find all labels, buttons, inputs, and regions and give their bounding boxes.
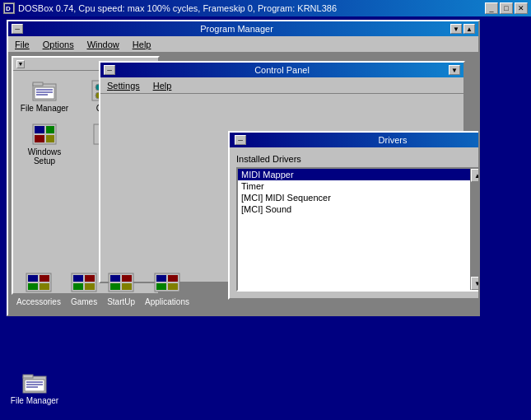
- svg-rect-30: [110, 275, 120, 282]
- pm-minimize-btn[interactable]: ▼: [450, 24, 462, 34]
- svg-rect-36: [168, 275, 178, 282]
- svg-rect-40: [23, 375, 33, 378]
- svg-rect-28: [85, 283, 95, 290]
- program-manager-menubar: File Options Window Help: [8, 36, 478, 53]
- dosbox-maximize-btn[interactable]: □: [500, 2, 513, 14]
- svg-rect-15: [46, 126, 54, 133]
- scroll-track: [471, 182, 478, 277]
- group-minimize-btn[interactable]: ▼: [16, 60, 25, 68]
- pm-maximize-btn[interactable]: ▲: [463, 24, 475, 34]
- control-panel-titlebar: ─ Control Panel ▼: [100, 63, 463, 77]
- svg-text:D: D: [6, 5, 11, 12]
- cp-system-menu[interactable]: ─: [104, 65, 115, 75]
- driver-item-3[interactable]: [MCI] Sound: [238, 203, 478, 215]
- dosbox-titlebar: D DOSBox 0.74, Cpu speed: max 100% cycle…: [0, 0, 531, 16]
- applications-img: [154, 273, 180, 296]
- program-manager-content: ▼: [8, 53, 478, 315]
- control-panel-menubar: Settings Help: [100, 77, 463, 94]
- desktop-file-manager[interactable]: File Manager: [10, 370, 59, 405]
- cp-menu-help[interactable]: Help: [150, 80, 175, 91]
- startup-svg: [108, 273, 134, 296]
- svg-rect-26: [85, 275, 95, 282]
- scroll-down-arrow[interactable]: ▼: [471, 277, 478, 290]
- driver-item-2[interactable]: [MCI] MIDI Sequencer: [238, 192, 478, 203]
- svg-rect-4: [35, 87, 54, 99]
- svg-rect-21: [40, 275, 49, 282]
- dosbox-titlebar-left: D DOSBox 0.74, Cpu speed: max 100% cycle…: [3, 2, 337, 14]
- drivers-system-menu[interactable]: ─: [235, 135, 246, 145]
- program-manager-titlebar: ─ Program Manager ▼ ▲: [8, 21, 478, 36]
- control-panel-title: Control Panel: [115, 65, 449, 75]
- svg-rect-20: [28, 275, 38, 282]
- applications-label: Applications: [145, 297, 189, 306]
- accessories-label: Accessories: [16, 297, 61, 306]
- windows-setup-label: Windows Setup: [20, 147, 69, 166]
- svg-rect-22: [28, 283, 38, 290]
- svg-rect-16: [35, 135, 44, 142]
- drivers-body: Installed Drivers MIDI Mapper Timer [MCI…: [230, 147, 478, 298]
- windows-setup-icon[interactable]: Windows Setup: [20, 121, 69, 166]
- control-panel-content: ─ Drivers Installed Drivers MIDI Mapper …: [100, 94, 463, 282]
- dosbox-window: D DOSBox 0.74, Cpu speed: max 100% cycle…: [0, 0, 531, 420]
- accessories-group-icon[interactable]: Accessories: [16, 273, 61, 306]
- dosbox-content: ─ Program Manager ▼ ▲ File Options Windo…: [0, 16, 531, 420]
- scroll-up-arrow[interactable]: ▲: [471, 169, 478, 182]
- games-img: [71, 273, 97, 296]
- svg-rect-25: [73, 275, 83, 282]
- driver-item-0[interactable]: MIDI Mapper: [238, 169, 478, 180]
- pm-menu-options[interactable]: Options: [40, 39, 77, 50]
- svg-rect-32: [110, 283, 120, 290]
- svg-rect-14: [35, 126, 44, 133]
- svg-rect-31: [122, 275, 132, 282]
- desktop-fm-label: File Manager: [11, 396, 58, 405]
- svg-rect-35: [156, 275, 166, 282]
- drivers-title: Drivers: [379, 135, 408, 145]
- desktop-fm-svg: [21, 370, 48, 396]
- games-label: Games: [71, 297, 97, 306]
- applications-svg: [154, 273, 180, 296]
- accessories-svg: [26, 273, 52, 296]
- startup-label: StartUp: [107, 297, 135, 306]
- dosbox-app-icon: D: [3, 2, 15, 14]
- games-svg: [71, 273, 97, 296]
- driver-scrollbar: ▲ ▼: [470, 169, 478, 290]
- program-manager-title: Program Manager: [23, 24, 450, 34]
- pm-menu-file[interactable]: File: [12, 39, 33, 50]
- dosbox-close-btn[interactable]: ✕: [515, 2, 528, 14]
- pm-menu-window[interactable]: Window: [84, 39, 123, 50]
- program-manager-window: ─ Program Manager ▼ ▲ File Options Windo…: [7, 20, 480, 316]
- cp-minimize-btn[interactable]: ▼: [449, 65, 460, 75]
- driver-list[interactable]: MIDI Mapper Timer [MCI] MIDI Sequencer […: [236, 167, 478, 292]
- applications-group-icon[interactable]: Applications: [145, 273, 189, 306]
- windows-setup-svg: [31, 121, 58, 147]
- driver-item-1[interactable]: Timer: [238, 180, 478, 192]
- cp-controls: ▼: [449, 65, 460, 75]
- startup-img: [108, 273, 134, 296]
- control-panel-window: ─ Control Panel ▼ Settings Help: [99, 61, 465, 283]
- svg-rect-38: [168, 283, 178, 290]
- svg-rect-23: [40, 283, 49, 290]
- pm-controls: ▼ ▲: [450, 24, 475, 34]
- drivers-titlebar: ─ Drivers: [230, 133, 478, 147]
- file-manager-icon[interactable]: File Manager: [20, 77, 69, 113]
- svg-rect-17: [46, 135, 54, 142]
- svg-rect-41: [25, 380, 44, 391]
- svg-rect-27: [73, 283, 83, 290]
- dosbox-minimize-btn[interactable]: _: [485, 2, 498, 14]
- installed-drivers-label: Installed Drivers: [236, 154, 478, 164]
- svg-rect-37: [156, 283, 166, 290]
- pm-system-menu[interactable]: ─: [12, 24, 23, 34]
- svg-rect-3: [33, 82, 43, 86]
- games-group-icon[interactable]: Games: [71, 273, 97, 306]
- startup-group-icon[interactable]: StartUp: [107, 273, 135, 306]
- group-icons-row: Accessories Games: [16, 273, 189, 306]
- drivers-main: MIDI Mapper Timer [MCI] MIDI Sequencer […: [236, 167, 478, 292]
- cp-menu-settings[interactable]: Settings: [104, 80, 143, 91]
- accessories-img: [26, 273, 52, 296]
- dosbox-controls: _ □ ✕: [485, 2, 528, 14]
- drivers-dialog: ─ Drivers Installed Drivers MIDI Mapper …: [228, 131, 478, 300]
- dosbox-title: DOSBox 0.74, Cpu speed: max 100% cycles,…: [18, 3, 337, 13]
- pm-menu-help[interactable]: Help: [129, 39, 155, 50]
- file-manager-svg: [31, 77, 58, 104]
- svg-rect-33: [122, 283, 132, 290]
